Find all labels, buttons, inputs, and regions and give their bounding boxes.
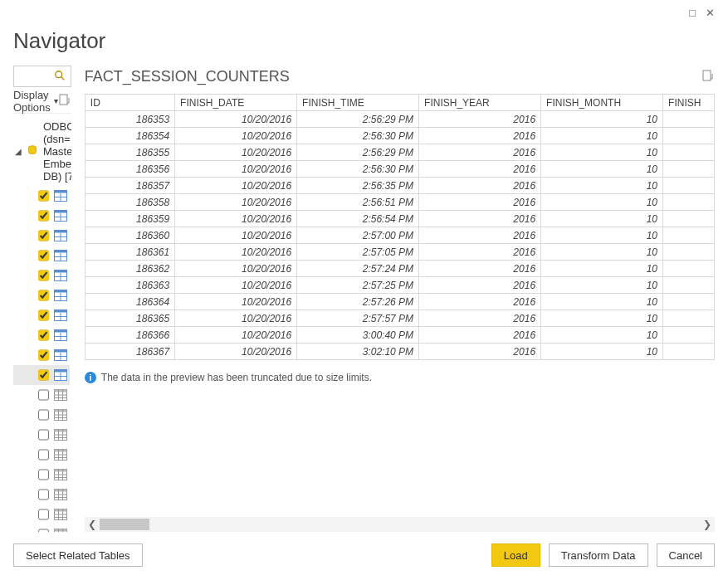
tree-item[interactable]: ALERT bbox=[13, 445, 70, 465]
tree-checkbox[interactable] bbox=[38, 250, 49, 261]
preview-refresh-icon[interactable] bbox=[701, 69, 715, 85]
cell: 10 bbox=[541, 111, 663, 128]
load-button[interactable]: Load bbox=[491, 543, 540, 567]
tree-root[interactable]: ◢ ODBC (dsn=MyQ Master Embedded DB) [78] bbox=[13, 117, 70, 186]
table-row[interactable]: 18636510/20/20162:57:57 PM201610 bbox=[85, 310, 714, 327]
table-row[interactable]: 18635410/20/20162:56:30 PM201610 bbox=[85, 128, 714, 144]
tree-item[interactable]: AUTHSERVER bbox=[13, 524, 70, 532]
tree-item[interactable]: ACCESSENTITY bbox=[13, 405, 70, 425]
column-header[interactable]: FINISH_YEAR bbox=[419, 95, 541, 111]
tree-checkbox[interactable] bbox=[38, 349, 49, 361]
tree-item[interactable]: USERSESSION_TOTALPAGES bbox=[13, 385, 70, 405]
cell: 10/20/2016 bbox=[175, 244, 297, 261]
table-row[interactable]: 18636010/20/20162:57:00 PM201610 bbox=[85, 227, 714, 244]
table-row[interactable]: 18635810/20/20162:56:51 PM201610 bbox=[85, 194, 714, 211]
tree-checkbox[interactable] bbox=[38, 329, 49, 341]
transform-data-button[interactable]: Transform Data bbox=[549, 543, 648, 567]
source-tree[interactable]: ◢ ODBC (dsn=MyQ Master Embedded DB) [78]… bbox=[13, 117, 71, 532]
table-row[interactable]: 18636110/20/20162:57:05 PM201610 bbox=[85, 244, 714, 261]
tree-item[interactable]: DIM_PRICELIST bbox=[13, 206, 70, 226]
column-header[interactable]: FINISH_TIME bbox=[297, 95, 419, 111]
column-header[interactable]: ID bbox=[85, 95, 174, 111]
tree-checkbox[interactable] bbox=[38, 489, 49, 500]
table-row[interactable]: 18636210/20/20162:57:24 PM201610 bbox=[85, 261, 714, 277]
search-icon[interactable] bbox=[54, 70, 66, 84]
tree-checkbox[interactable] bbox=[38, 429, 49, 441]
collapse-icon[interactable]: ◢ bbox=[15, 147, 22, 156]
cell: 10 bbox=[541, 344, 663, 360]
table-row[interactable]: 18636710/20/20163:02:10 PM201610 bbox=[85, 344, 714, 360]
view-icon bbox=[54, 369, 67, 381]
svg-rect-17 bbox=[55, 251, 67, 253]
tree-checkbox[interactable] bbox=[38, 469, 49, 480]
column-header[interactable]: FINISH_MONTH bbox=[541, 95, 663, 111]
truncation-notice: i The data in the preview has been trunc… bbox=[85, 372, 715, 383]
horizontal-scrollbar[interactable]: ❮ ❯ bbox=[85, 517, 715, 532]
cell: 10/20/2016 bbox=[175, 161, 297, 178]
tree-checkbox[interactable] bbox=[38, 290, 49, 301]
scroll-left-icon[interactable]: ❮ bbox=[85, 519, 100, 530]
tree-checkbox[interactable] bbox=[38, 529, 49, 532]
column-header[interactable]: FINISH_DATE bbox=[175, 95, 297, 111]
table-row[interactable]: 18636310/20/20162:57:25 PM201610 bbox=[85, 277, 714, 294]
tree-item[interactable]: DIM_ACCOUNTING_GROUP bbox=[13, 186, 70, 206]
cancel-button[interactable]: Cancel bbox=[657, 543, 715, 567]
cell bbox=[663, 144, 715, 161]
tree-item[interactable]: DIM_PRINTER bbox=[13, 226, 70, 246]
tree-item[interactable]: FACT_ALERT bbox=[13, 325, 70, 345]
display-options-dropdown[interactable]: Display Options ▾ bbox=[13, 89, 58, 114]
table-row[interactable]: 18635610/20/20162:56:30 PM201610 bbox=[85, 161, 714, 178]
close-icon[interactable]: ✕ bbox=[706, 7, 715, 19]
cell bbox=[663, 111, 715, 128]
table-row[interactable]: 18635310/20/20162:56:29 PM201610 bbox=[85, 111, 714, 128]
tree-checkbox[interactable] bbox=[38, 210, 49, 222]
select-related-tables-button[interactable]: Select Related Tables bbox=[13, 543, 143, 567]
view-icon bbox=[54, 309, 67, 321]
tree-item[interactable]: DIM_PROJECT_GROUP bbox=[13, 266, 70, 285]
tree-checkbox[interactable] bbox=[38, 389, 49, 401]
tree-item[interactable]: DIM_PROJECT bbox=[13, 246, 70, 266]
tree-checkbox[interactable] bbox=[38, 409, 49, 421]
table-row[interactable]: 18636410/20/20162:57:26 PM201610 bbox=[85, 294, 714, 310]
cell bbox=[663, 194, 715, 211]
tree-checkbox[interactable] bbox=[38, 309, 49, 321]
column-header[interactable]: FINISH bbox=[663, 95, 715, 111]
cell: 186363 bbox=[85, 277, 174, 294]
table-row[interactable]: 18635910/20/20162:56:54 PM201610 bbox=[85, 211, 714, 227]
table-row[interactable]: 18635510/20/20162:56:29 PM201610 bbox=[85, 144, 714, 161]
maximize-icon[interactable]: □ bbox=[689, 7, 696, 19]
refresh-icon[interactable] bbox=[58, 93, 71, 109]
view-icon bbox=[54, 290, 67, 301]
table-row[interactable]: 18635710/20/20162:56:35 PM201610 bbox=[85, 178, 714, 194]
tree-item[interactable]: FACT_SESSION_COUNTERS bbox=[13, 365, 70, 385]
tree-item[interactable]: ALIAS bbox=[13, 465, 70, 485]
svg-rect-5 bbox=[55, 191, 67, 193]
display-options-label: Display Options bbox=[13, 89, 51, 114]
cell: 186357 bbox=[85, 178, 174, 194]
navigator-dialog: □ ✕ Navigator Display Options ▾ bbox=[0, 0, 728, 580]
scroll-right-icon[interactable]: ❯ bbox=[700, 519, 715, 530]
cell: 10 bbox=[541, 327, 663, 344]
tree-item[interactable]: AUDITLOGPROPERTY bbox=[13, 504, 70, 524]
tree-checkbox[interactable] bbox=[38, 230, 49, 241]
tree-checkbox[interactable] bbox=[38, 509, 49, 520]
tree-item[interactable]: AUDITLOG bbox=[13, 485, 70, 504]
cell: 10/20/2016 bbox=[175, 128, 297, 144]
table-row[interactable]: 18636610/20/20163:00:40 PM201610 bbox=[85, 327, 714, 344]
tree-checkbox[interactable] bbox=[38, 369, 49, 381]
cell: 10/20/2016 bbox=[175, 277, 297, 294]
cell bbox=[663, 344, 715, 360]
cell: 2016 bbox=[419, 261, 541, 277]
cell: 10/20/2016 bbox=[175, 344, 297, 360]
tree-checkbox[interactable] bbox=[38, 270, 49, 281]
tree-item[interactable]: FACT_JOB bbox=[13, 345, 70, 365]
scrollbar-thumb[interactable] bbox=[100, 519, 149, 530]
tree-checkbox[interactable] bbox=[38, 449, 49, 461]
info-icon: i bbox=[85, 372, 96, 383]
cell: 186360 bbox=[85, 227, 174, 244]
tree-item[interactable]: DIM_SITE bbox=[13, 285, 70, 305]
cell: 186355 bbox=[85, 144, 174, 161]
tree-item[interactable]: DIM_USER bbox=[13, 305, 70, 325]
tree-item[interactable]: ACE bbox=[13, 425, 70, 445]
tree-checkbox[interactable] bbox=[38, 190, 49, 202]
